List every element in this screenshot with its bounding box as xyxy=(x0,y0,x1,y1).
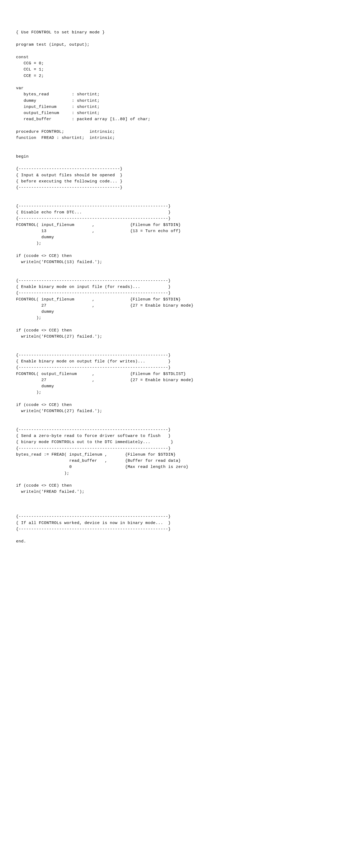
code-listing: { Use FCONTROL to set binary mode } prog… xyxy=(16,29,326,545)
